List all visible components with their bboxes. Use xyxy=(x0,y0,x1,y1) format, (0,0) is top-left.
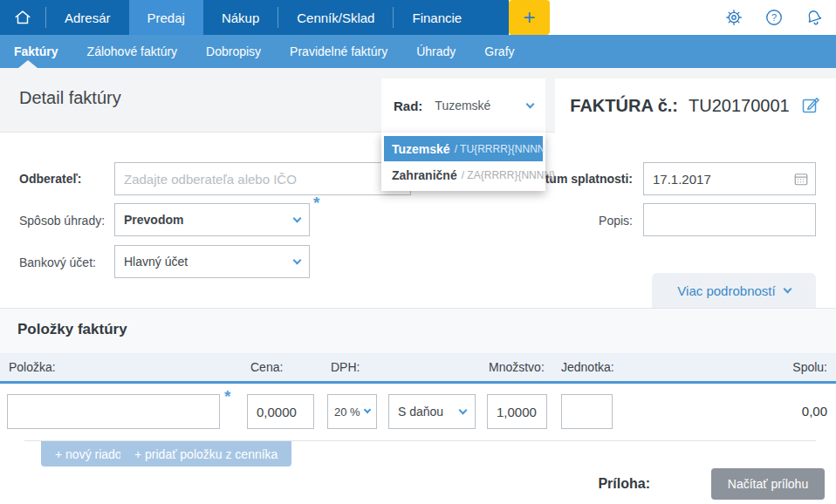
bell-icon[interactable] xyxy=(802,5,826,30)
app-window: Adresár Predaj Nákup Cenník/Sklad Financ… xyxy=(0,0,836,504)
series-option-name: Tuzemské xyxy=(392,142,450,156)
required-marker: * xyxy=(224,387,230,406)
chevron-down-icon xyxy=(293,214,302,222)
item-name-input[interactable] xyxy=(7,394,220,429)
item-vat-value: 20 % xyxy=(334,405,360,419)
page-title: Detail faktúry xyxy=(19,88,121,108)
required-marker: * xyxy=(313,194,319,213)
sub-navigation: Faktúry Zálohové faktúry Dobropisy Pravi… xyxy=(0,35,836,68)
active-tab-pointer xyxy=(18,60,38,68)
column-price: Cena: xyxy=(250,360,283,374)
column-vat: DPH: xyxy=(331,360,360,374)
invoice-number-panel: FAKTÚRA č.: TU20170001 xyxy=(555,78,836,133)
invoice-series-dropdown: Tuzemské / TU{RRRR}{NNNN} Zahraničné / Z… xyxy=(381,133,545,191)
more-details-button[interactable]: Viac podrobností xyxy=(652,273,816,308)
series-option-zahranicne[interactable]: Zahraničné / ZA{RRRR}{NNNN} xyxy=(384,162,543,187)
add-item-from-pricelist-button[interactable]: + pridať položku z cenníka xyxy=(120,441,291,467)
item-price-input[interactable] xyxy=(247,394,314,429)
subnav-item-grafy[interactable]: Grafy xyxy=(484,44,514,58)
svg-text:?: ? xyxy=(771,12,777,23)
payment-method-value: Prevodom xyxy=(124,213,183,227)
top-icons: ? xyxy=(724,0,824,35)
item-quantity-input[interactable] xyxy=(487,394,547,429)
column-quantity: Množstvo: xyxy=(489,360,545,374)
series-option-pattern: / ZA{RRRR}{NNNN} xyxy=(462,169,555,181)
column-item: Položka: xyxy=(9,360,56,374)
help-icon[interactable]: ? xyxy=(764,8,784,27)
load-attachment-button[interactable]: Načítať prílohu xyxy=(711,468,825,500)
subnav-item-faktury[interactable]: Faktúry xyxy=(14,44,58,58)
top-navigation: Adresár Predaj Nákup Cenník/Sklad Financ… xyxy=(0,0,836,35)
invoice-series-label: Rad: xyxy=(394,99,422,113)
gear-icon[interactable] xyxy=(724,8,743,27)
due-date-input[interactable] xyxy=(643,162,816,195)
bank-account-select[interactable]: Hlavný účet xyxy=(114,245,310,278)
invoice-series-value: Tuzemské xyxy=(435,99,490,112)
subnav-item-pravidelne-faktury[interactable]: Pravidelné faktúry xyxy=(290,44,387,58)
item-vat-mode-value: S daňou xyxy=(398,405,443,419)
home-button[interactable] xyxy=(0,0,45,35)
column-total: Spolu: xyxy=(792,360,827,374)
nav-item-financie[interactable]: Financie xyxy=(394,0,480,35)
nav-item-label: Adresár xyxy=(65,10,111,25)
chevron-down-icon xyxy=(459,405,468,414)
customer-label: Odberateľ: xyxy=(19,172,82,186)
nav-item-nakup[interactable]: Nákup xyxy=(203,0,278,35)
bank-account-label: Bankový účet: xyxy=(19,255,96,269)
item-vat-mode-select[interactable]: S daňou xyxy=(388,394,476,429)
invoice-items-title: Položky faktúry xyxy=(17,321,127,338)
nav-item-label: Nákup xyxy=(222,10,259,25)
item-total-value: 0,00 xyxy=(802,404,827,419)
series-option-tuzemske[interactable]: Tuzemské / TU{RRRR}{NNNN} xyxy=(384,136,543,161)
nav-item-label: Predaj xyxy=(147,10,185,25)
description-label: Popis: xyxy=(489,214,633,228)
invoice-number-label: FAKTÚRA č.: xyxy=(570,96,678,116)
more-details-label: Viac podrobností xyxy=(677,283,775,298)
invoice-items-band: Položky faktúry xyxy=(0,308,836,353)
due-date-field xyxy=(643,162,816,195)
invoice-series-select[interactable]: Rad: Tuzemské xyxy=(381,78,545,133)
top-nav-bar: Adresár Predaj Nákup Cenník/Sklad Financ… xyxy=(0,0,509,35)
edit-invoice-number-icon[interactable] xyxy=(800,95,821,116)
nav-item-cennik-sklad[interactable]: Cenník/Sklad xyxy=(278,0,393,35)
payment-method-label: Spôsob úhrady: xyxy=(19,214,105,228)
nav-item-label: Financie xyxy=(412,10,462,25)
nav-item-label: Cenník/Sklad xyxy=(297,10,374,25)
calendar-icon[interactable] xyxy=(793,171,809,187)
chevron-down-icon xyxy=(526,99,535,108)
chevron-down-icon xyxy=(783,284,791,293)
item-unit-input[interactable] xyxy=(561,394,613,429)
chevron-down-icon xyxy=(364,406,371,413)
subnav-item-zalohove-faktury[interactable]: Zálohové faktúry xyxy=(87,44,178,58)
invoice-number-value: TU20170001 xyxy=(689,96,790,116)
nav-item-predaj[interactable]: Predaj xyxy=(129,0,203,35)
items-table-header: Položka: Cena: DPH: Množstvo: Jednotka: … xyxy=(0,353,836,384)
subnav-item-dobropisy[interactable]: Dobropisy xyxy=(206,44,261,58)
item-vat-select[interactable]: 20 % xyxy=(327,394,377,429)
subnav-item-uhrady[interactable]: Úhrady xyxy=(416,44,456,58)
customer-input[interactable] xyxy=(114,162,411,195)
description-input[interactable] xyxy=(643,203,816,236)
payment-method-select[interactable]: Prevodom xyxy=(114,203,310,236)
series-option-pattern: / TU{RRRR}{NNNN} xyxy=(455,143,549,155)
nav-item-adresar[interactable]: Adresár xyxy=(46,0,129,35)
bank-account-value: Hlavný účet xyxy=(124,255,188,269)
add-new-button[interactable]: + xyxy=(509,0,550,35)
series-option-name: Zahraničné xyxy=(392,168,457,182)
attachment-label: Príloha: xyxy=(558,476,650,492)
column-unit: Jednotka: xyxy=(561,360,614,374)
chevron-down-icon xyxy=(293,255,302,264)
home-icon xyxy=(13,8,32,27)
